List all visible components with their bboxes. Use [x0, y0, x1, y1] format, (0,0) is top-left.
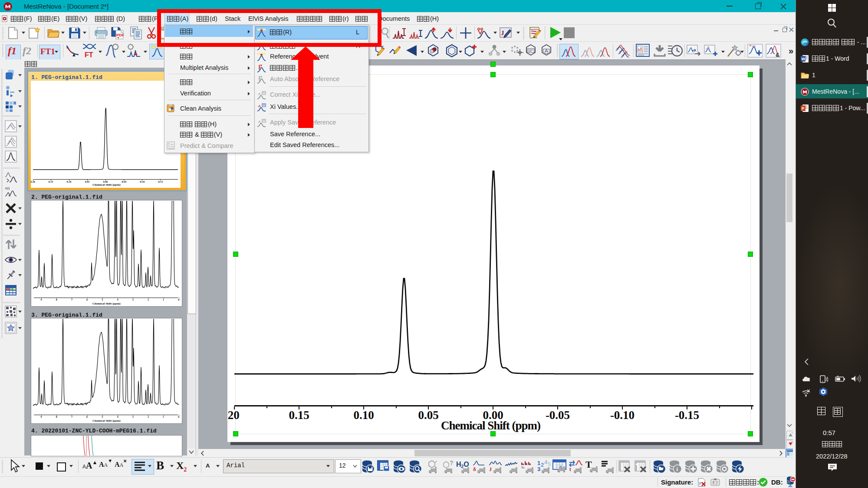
svg-text:H2O: H2O [456, 461, 469, 469]
svg-text:‰: ‰ [521, 465, 525, 469]
svg-text:1: 1 [537, 460, 540, 466]
svg-text:4: 4 [544, 460, 548, 465]
svg-text:i: i [677, 466, 678, 472]
svg-text:3: 3 [537, 466, 540, 472]
svg-text:5: 5 [548, 461, 551, 467]
svg-text:2: 2 [541, 462, 544, 468]
svg-text:δ: δ [473, 466, 476, 472]
svg-text:T: T [585, 459, 592, 470]
svg-text:?: ? [450, 460, 454, 466]
svg-text:W: W [802, 57, 806, 61]
svg-text:P: P [802, 106, 804, 111]
svg-text:J: J [489, 466, 492, 472]
svg-text:t: t [569, 466, 571, 472]
